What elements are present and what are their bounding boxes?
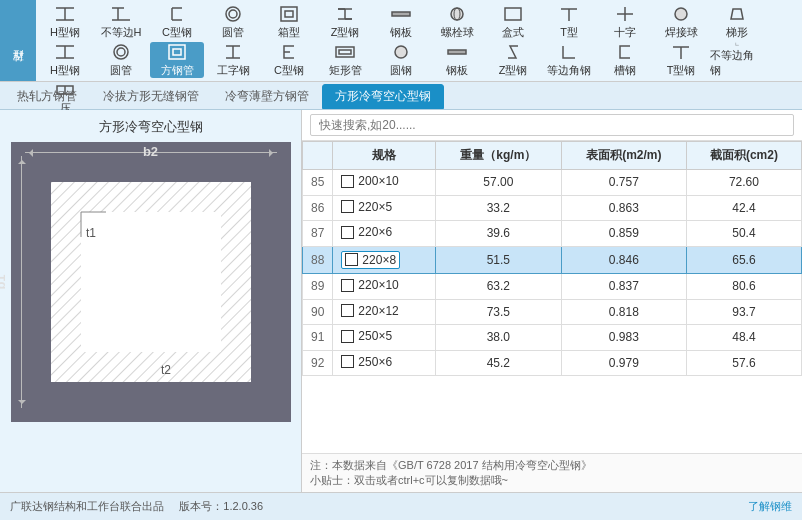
svg-text:t1: t1 [86,226,96,240]
svg-point-19 [451,8,463,20]
toolbar-item-steel-plate[interactable]: 钢板 [374,4,428,40]
toolbar-item-square-tube[interactable]: 方钢管 [150,42,204,78]
cell-weight: 45.2 [435,350,561,376]
spec-icon [345,253,358,266]
toolbar-item-weld-ball[interactable]: 焊接球 [654,4,708,40]
svg-point-41 [395,46,407,58]
table-row[interactable]: 86 220×5 33.2 0.863 42.4 [303,195,802,221]
toolbar: 型材 H型钢 不等边H C型钢 [0,0,802,82]
main-content: 方形冷弯空心型钢 b2 b1 [0,110,802,492]
cell-num: 87 [303,221,333,247]
spec-box: 220×5 [341,200,392,214]
cell-weight: 51.5 [435,246,561,274]
toolbar-left-label[interactable]: 型材 [0,0,36,81]
tab-cold-square[interactable]: 冷拔方形无缝钢管 [90,84,212,109]
table-row[interactable]: 92 250×6 45.2 0.979 57.6 [303,350,802,376]
b2-label: b2 [143,144,158,159]
diagram-svg: t1 t2 [51,182,251,382]
cell-spec: 250×5 [333,325,436,351]
toolbar-item-round-tube2[interactable]: 圆管 [94,42,148,78]
spec-box: 220×10 [341,278,398,292]
cell-num: 86 [303,195,333,221]
toolbar-item-z-beam2[interactable]: Z型钢 [486,42,540,78]
toolbar-item-trapezoid[interactable]: 梯形 [710,4,764,40]
table-header: 规格 重量（kg/m） 表面积(m2/m) 截面积(cm2) [303,142,802,170]
cell-weight: 39.6 [435,221,561,247]
toolbar-item-box-type[interactable]: 盒式 [486,4,540,40]
toolbar-item-round-steel[interactable]: 圆钢 [374,42,428,78]
svg-rect-18 [392,12,410,16]
footer-company: 广联达钢结构和工作台联合出品 版本号：1.2.0.36 [10,499,263,514]
cell-area: 93.7 [686,299,801,325]
cell-spec: 220×5 [333,195,436,221]
svg-point-31 [114,45,128,59]
cell-surface: 0.818 [561,299,686,325]
cell-num: 88 [303,246,333,274]
note-line2: 小贴士：双击或者ctrl+c可以复制数据哦~ [310,473,794,488]
toolbar-item-h-beam[interactable]: H型钢 [38,4,92,40]
table-scroll[interactable]: 规格 重量（kg/m） 表面积(m2/m) 截面积(cm2) 85 200×10… [302,141,802,453]
spec-icon [341,330,354,343]
spec-icon [341,279,354,292]
col-spec: 规格 [333,142,436,170]
toolbar-item-unequal-h[interactable]: 不等边H [94,4,148,40]
cell-spec: 220×12 [333,299,436,325]
toolbar-item-equal-angle[interactable]: 等边角钢 [542,42,596,78]
table-row[interactable]: 88 220×8 51.5 0.846 65.6 [303,246,802,274]
tab-hot-square[interactable]: 热轧方钢管 [4,84,90,109]
toolbar-item-screw-ball[interactable]: 螺栓球 [430,4,484,40]
cell-num: 91 [303,325,333,351]
cell-area: 42.4 [686,195,801,221]
cell-surface: 0.983 [561,325,686,351]
cell-surface: 0.846 [561,246,686,274]
spec-box: 250×5 [341,329,392,343]
toolbar-item-i-beam[interactable]: 工字钢 [206,42,260,78]
tab-cold-hollow[interactable]: 方形冷弯空心型钢 [322,84,444,109]
table-row[interactable]: 87 220×6 39.6 0.859 50.4 [303,221,802,247]
footer-link[interactable]: 了解钢维 [748,499,792,514]
table-row[interactable]: 91 250×5 38.0 0.983 48.4 [303,325,802,351]
toolbar-item-rect-tube[interactable]: 矩形管 [318,42,372,78]
toolbar-item-round-tube[interactable]: 圆管 [206,4,260,40]
spec-box: 220×6 [341,225,392,239]
cell-weight: 38.0 [435,325,561,351]
table-row[interactable]: 90 220×12 73.5 0.818 93.7 [303,299,802,325]
svg-rect-33 [169,45,185,59]
cell-spec: 220×8 [333,246,436,274]
toolbar-item-z-beam[interactable]: Z型钢 [318,4,372,40]
toolbar-icons: H型钢 不等边H C型钢 圆管 [36,0,802,81]
cell-spec: 220×10 [333,274,436,300]
spec-box: 200×10 [341,174,398,188]
toolbar-item-steel-pl2[interactable]: 钢板 [430,42,484,78]
col-weight: 重量（kg/m） [435,142,561,170]
spec-icon [341,304,354,317]
table-panel: 规格 重量（kg/m） 表面积(m2/m) 截面积(cm2) 85 200×10… [302,110,802,492]
toolbar-item-c-beam[interactable]: C型钢 [150,4,204,40]
toolbar-item-cross[interactable]: 十字 [598,4,652,40]
svg-point-32 [117,48,125,56]
table-row[interactable]: 89 220×10 63.2 0.837 80.6 [303,274,802,300]
table-row[interactable]: 85 200×10 57.00 0.757 72.60 [303,170,802,196]
diagram-inner: t1 t2 [51,182,251,382]
search-input[interactable] [310,114,794,136]
spec-box: 250×6 [341,355,392,369]
cell-surface: 0.757 [561,170,686,196]
tab-bar: 热轧方钢管 冷拔方形无缝钢管 冷弯薄壁方钢管 方形冷弯空心型钢 [0,82,802,110]
toolbar-item-h-beam2[interactable]: H型钢 [38,42,92,78]
toolbar-item-c-beam2[interactable]: C型钢 [262,42,316,78]
cell-surface: 0.859 [561,221,686,247]
toolbar-item-t-beam[interactable]: T型 [542,4,596,40]
cell-spec: 200×10 [333,170,436,196]
spec-box: 220×12 [341,304,398,318]
cell-spec: 250×6 [333,350,436,376]
toolbar-item-box-tube[interactable]: 箱型 [262,4,316,40]
svg-point-26 [675,8,687,20]
tab-cold-thin[interactable]: 冷弯薄壁方钢管 [212,84,322,109]
toolbar-item-t-beam2[interactable]: T型钢 [654,42,708,78]
cell-weight: 63.2 [435,274,561,300]
cell-area: 48.4 [686,325,801,351]
col-area: 截面积(cm2) [686,142,801,170]
toolbar-item-unequal-angle[interactable]: 不等边角钢 [710,42,764,78]
toolbar-item-channel[interactable]: 槽钢 [598,42,652,78]
diagram-canvas: b2 b1 [11,142,291,422]
